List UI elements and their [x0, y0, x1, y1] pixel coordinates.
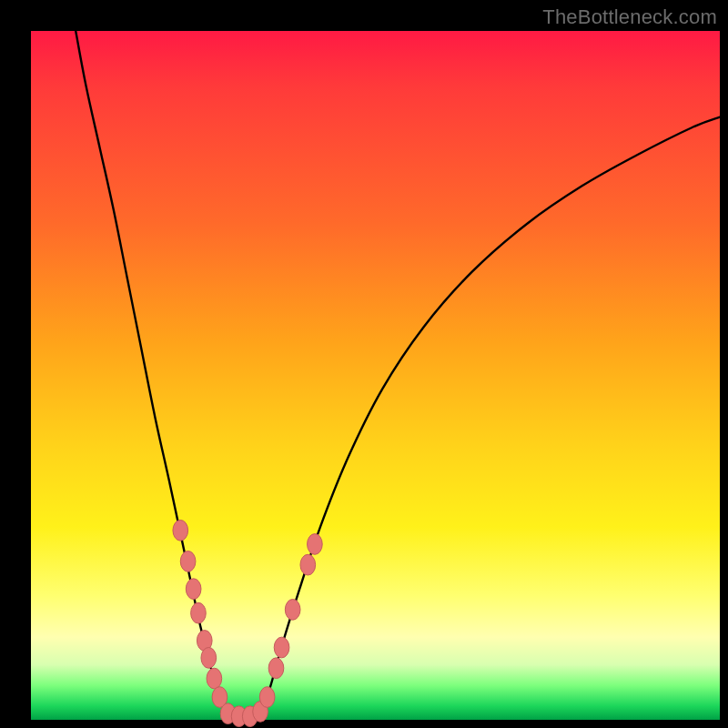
data-marker: [308, 534, 323, 555]
plot-area: [31, 31, 720, 720]
chart-frame: TheBottleneck.com: [0, 0, 728, 728]
data-marker: [201, 648, 217, 669]
data-marker: [274, 637, 289, 658]
data-marker: [300, 554, 316, 575]
data-marker: [180, 551, 196, 572]
data-marker: [259, 687, 275, 708]
data-marker: [285, 600, 300, 621]
data-marker: [186, 579, 201, 600]
data-marker: [173, 520, 188, 541]
marker-group: [173, 520, 322, 726]
data-marker: [268, 658, 284, 679]
data-marker: [207, 668, 222, 689]
right-curve: [258, 117, 720, 717]
watermark-text: TheBottleneck.com: [542, 5, 717, 29]
data-marker: [191, 602, 207, 623]
chart-svg: [31, 31, 720, 720]
left-curve: [76, 31, 230, 716]
